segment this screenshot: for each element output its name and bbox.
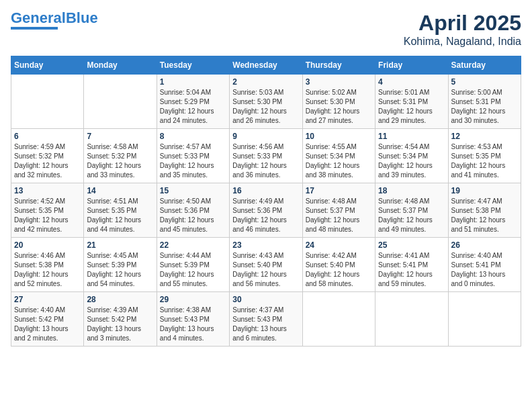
header-wednesday: Wednesday	[230, 56, 302, 75]
day-number: 30	[232, 295, 299, 304]
week-row-1: 6Sunrise: 4:59 AMSunset: 5:32 PMDaylight…	[11, 129, 521, 183]
day-info: Sunrise: 4:54 AMSunset: 5:34 PMDaylight:…	[378, 142, 445, 180]
day-cell: 12Sunrise: 4:53 AMSunset: 5:35 PMDayligh…	[448, 129, 521, 183]
day-cell: 27Sunrise: 4:40 AMSunset: 5:42 PMDayligh…	[11, 292, 84, 347]
day-cell: 17Sunrise: 4:48 AMSunset: 5:37 PMDayligh…	[302, 183, 375, 238]
day-cell: 20Sunrise: 4:46 AMSunset: 5:38 PMDayligh…	[11, 238, 84, 292]
day-number: 2	[232, 77, 299, 87]
day-number: 10	[306, 132, 372, 141]
day-cell: 29Sunrise: 4:38 AMSunset: 5:43 PMDayligh…	[157, 292, 229, 347]
day-number: 7	[87, 132, 153, 141]
day-number: 23	[232, 240, 299, 250]
header-friday: Friday	[375, 56, 448, 75]
day-info: Sunrise: 4:42 AMSunset: 5:40 PMDaylight:…	[306, 251, 372, 289]
day-cell: 28Sunrise: 4:39 AMSunset: 5:42 PMDayligh…	[84, 292, 157, 347]
day-info: Sunrise: 4:46 AMSunset: 5:38 PMDaylight:…	[14, 251, 81, 289]
week-row-0: 1Sunrise: 5:04 AMSunset: 5:29 PMDaylight…	[11, 75, 521, 129]
day-info: Sunrise: 4:44 AMSunset: 5:39 PMDaylight:…	[160, 251, 226, 289]
day-cell: 26Sunrise: 4:40 AMSunset: 5:41 PMDayligh…	[448, 238, 521, 292]
day-cell: 30Sunrise: 4:37 AMSunset: 5:43 PMDayligh…	[230, 292, 302, 347]
day-info: Sunrise: 5:04 AMSunset: 5:29 PMDaylight:…	[160, 88, 226, 126]
day-number: 20	[14, 240, 81, 250]
header-saturday: Saturday	[448, 56, 521, 75]
day-number: 8	[160, 132, 226, 141]
day-cell	[448, 292, 521, 347]
day-info: Sunrise: 4:48 AMSunset: 5:37 PMDaylight:…	[306, 197, 372, 234]
day-cell: 9Sunrise: 4:56 AMSunset: 5:33 PMDaylight…	[230, 129, 302, 183]
day-number: 3	[306, 77, 372, 87]
header-sunday: Sunday	[11, 56, 84, 75]
page-title: April 2025	[404, 11, 521, 36]
day-info: Sunrise: 4:40 AMSunset: 5:42 PMDaylight:…	[14, 306, 81, 343]
day-cell: 2Sunrise: 5:03 AMSunset: 5:30 PMDaylight…	[230, 75, 302, 129]
day-cell: 1Sunrise: 5:04 AMSunset: 5:29 PMDaylight…	[157, 75, 229, 129]
day-number: 21	[87, 240, 153, 250]
day-info: Sunrise: 4:45 AMSunset: 5:39 PMDaylight:…	[87, 251, 153, 289]
day-number: 11	[378, 132, 445, 141]
title-block: April 2025 Kohima, Nagaland, India	[404, 11, 521, 48]
day-cell: 25Sunrise: 4:41 AMSunset: 5:41 PMDayligh…	[375, 238, 448, 292]
day-info: Sunrise: 5:02 AMSunset: 5:30 PMDaylight:…	[306, 88, 372, 126]
week-row-2: 13Sunrise: 4:52 AMSunset: 5:35 PMDayligh…	[11, 183, 521, 238]
day-cell: 4Sunrise: 5:01 AMSunset: 5:31 PMDaylight…	[375, 75, 448, 129]
day-number: 9	[232, 132, 299, 141]
day-info: Sunrise: 4:51 AMSunset: 5:35 PMDaylight:…	[87, 197, 153, 234]
day-number: 19	[451, 186, 518, 195]
day-info: Sunrise: 4:58 AMSunset: 5:32 PMDaylight:…	[87, 142, 153, 180]
day-number: 5	[451, 77, 518, 87]
day-info: Sunrise: 4:47 AMSunset: 5:38 PMDaylight:…	[451, 197, 518, 234]
day-cell	[302, 292, 375, 347]
day-cell: 23Sunrise: 4:43 AMSunset: 5:40 PMDayligh…	[230, 238, 302, 292]
day-cell: 8Sunrise: 4:57 AMSunset: 5:33 PMDaylight…	[157, 129, 229, 183]
day-number: 29	[160, 295, 226, 304]
header-thursday: Thursday	[302, 56, 375, 75]
day-cell: 18Sunrise: 4:48 AMSunset: 5:37 PMDayligh…	[375, 183, 448, 238]
header-tuesday: Tuesday	[157, 56, 229, 75]
week-row-4: 27Sunrise: 4:40 AMSunset: 5:42 PMDayligh…	[11, 292, 521, 347]
day-cell	[11, 75, 84, 129]
day-info: Sunrise: 4:48 AMSunset: 5:37 PMDaylight:…	[378, 197, 445, 234]
day-info: Sunrise: 4:53 AMSunset: 5:35 PMDaylight:…	[451, 142, 518, 180]
day-cell	[375, 292, 448, 347]
day-number: 22	[160, 240, 226, 250]
day-number: 1	[160, 77, 226, 87]
page-subtitle: Kohima, Nagaland, India	[404, 36, 521, 48]
day-number: 12	[451, 132, 518, 141]
header-monday: Monday	[84, 56, 157, 75]
day-number: 15	[160, 186, 226, 195]
day-info: Sunrise: 4:40 AMSunset: 5:41 PMDaylight:…	[451, 251, 518, 289]
day-info: Sunrise: 5:00 AMSunset: 5:31 PMDaylight:…	[451, 88, 518, 126]
day-info: Sunrise: 4:38 AMSunset: 5:43 PMDaylight:…	[160, 306, 226, 343]
day-number: 4	[378, 77, 445, 87]
day-number: 17	[306, 186, 372, 195]
day-cell	[84, 75, 157, 129]
day-info: Sunrise: 4:57 AMSunset: 5:33 PMDaylight:…	[160, 142, 226, 180]
day-cell: 3Sunrise: 5:02 AMSunset: 5:30 PMDaylight…	[302, 75, 375, 129]
day-cell: 16Sunrise: 4:49 AMSunset: 5:36 PMDayligh…	[230, 183, 302, 238]
day-number: 28	[87, 295, 153, 304]
day-cell: 14Sunrise: 4:51 AMSunset: 5:35 PMDayligh…	[84, 183, 157, 238]
day-cell: 15Sunrise: 4:50 AMSunset: 5:36 PMDayligh…	[157, 183, 229, 238]
day-info: Sunrise: 5:03 AMSunset: 5:30 PMDaylight:…	[232, 88, 299, 126]
week-row-3: 20Sunrise: 4:46 AMSunset: 5:38 PMDayligh…	[11, 238, 521, 292]
day-cell: 19Sunrise: 4:47 AMSunset: 5:38 PMDayligh…	[448, 183, 521, 238]
day-info: Sunrise: 4:41 AMSunset: 5:41 PMDaylight:…	[378, 251, 445, 289]
header-row: SundayMondayTuesdayWednesdayThursdayFrid…	[11, 56, 521, 75]
day-number: 18	[378, 186, 445, 195]
day-info: Sunrise: 4:50 AMSunset: 5:36 PMDaylight:…	[160, 197, 226, 234]
day-cell: 11Sunrise: 4:54 AMSunset: 5:34 PMDayligh…	[375, 129, 448, 183]
page-header: GeneralBlue April 2025 Kohima, Nagaland,…	[11, 11, 521, 48]
day-number: 24	[306, 240, 372, 250]
day-cell: 21Sunrise: 4:45 AMSunset: 5:39 PMDayligh…	[84, 238, 157, 292]
day-number: 14	[87, 186, 153, 195]
day-number: 27	[14, 295, 81, 304]
day-number: 25	[378, 240, 445, 250]
day-cell: 24Sunrise: 4:42 AMSunset: 5:40 PMDayligh…	[302, 238, 375, 292]
logo-blue: Blue	[66, 9, 98, 26]
day-info: Sunrise: 4:59 AMSunset: 5:32 PMDaylight:…	[14, 142, 81, 180]
logo-bar	[11, 27, 58, 30]
day-cell: 10Sunrise: 4:55 AMSunset: 5:34 PMDayligh…	[302, 129, 375, 183]
logo-general: General	[11, 9, 66, 26]
day-cell: 5Sunrise: 5:00 AMSunset: 5:31 PMDaylight…	[448, 75, 521, 129]
day-number: 16	[232, 186, 299, 195]
